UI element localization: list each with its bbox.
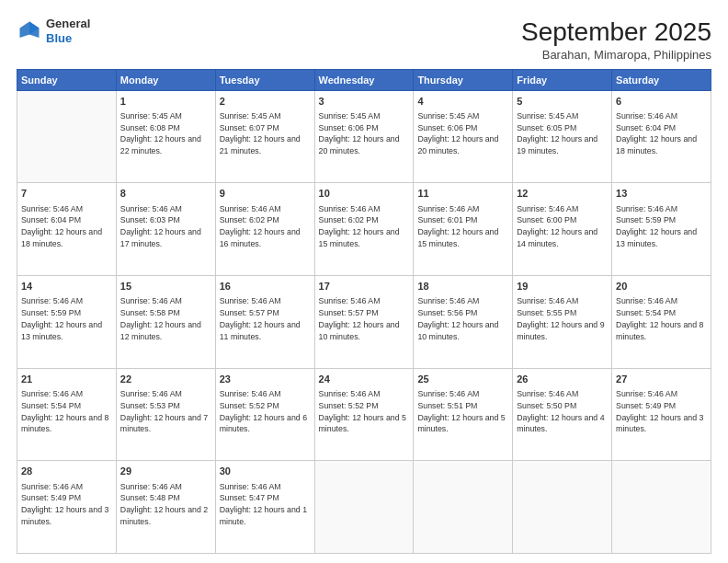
logo-text: General Blue [46,17,90,45]
cell-info: Sunrise: 5:46 AMSunset: 6:04 PMDaylight:… [616,110,707,157]
col-friday: Friday [513,69,612,90]
cell-info: Sunrise: 5:46 AMSunset: 6:02 PMDaylight:… [319,203,410,250]
table-row: 27Sunrise: 5:46 AMSunset: 5:49 PMDayligh… [612,368,711,461]
logo: General Blue [17,17,90,45]
table-row: 6Sunrise: 5:46 AMSunset: 6:04 PMDaylight… [612,90,711,183]
cell-info: Sunrise: 5:46 AMSunset: 5:57 PMDaylight:… [319,295,410,342]
day-number: 12 [517,187,608,201]
table-row: 2Sunrise: 5:45 AMSunset: 6:07 PMDaylight… [215,90,314,183]
logo-icon [17,18,42,44]
day-number: 11 [417,187,508,201]
table-row: 14Sunrise: 5:46 AMSunset: 5:59 PMDayligh… [17,275,117,368]
logo-blue: Blue [46,31,72,45]
cell-info: Sunrise: 5:46 AMSunset: 5:49 PMDaylight:… [21,481,112,528]
table-row: 12Sunrise: 5:46 AMSunset: 6:00 PMDayligh… [513,183,612,276]
cell-info: Sunrise: 5:46 AMSunset: 6:01 PMDaylight:… [417,203,508,250]
cell-info: Sunrise: 5:45 AMSunset: 6:06 PMDaylight:… [319,110,410,157]
day-number: 10 [319,187,410,201]
table-row: 3Sunrise: 5:45 AMSunset: 6:06 PMDaylight… [314,90,414,183]
table-row: 26Sunrise: 5:46 AMSunset: 5:50 PMDayligh… [513,368,612,461]
cell-info: Sunrise: 5:46 AMSunset: 5:50 PMDaylight:… [517,388,608,435]
day-number: 19 [517,280,608,293]
table-row: 20Sunrise: 5:46 AMSunset: 5:54 PMDayligh… [612,275,711,368]
table-row: 21Sunrise: 5:46 AMSunset: 5:54 PMDayligh… [17,368,117,461]
day-number: 17 [319,280,410,293]
header: General Blue September 2025 Barahan, Mim… [17,17,711,62]
day-number: 3 [319,95,410,109]
table-row: 16Sunrise: 5:46 AMSunset: 5:57 PMDayligh… [215,275,314,368]
day-number: 18 [417,280,508,293]
day-number: 2 [220,95,311,109]
day-number: 21 [21,373,112,386]
day-number: 28 [21,465,112,478]
cell-info: Sunrise: 5:46 AMSunset: 5:54 PMDaylight:… [21,388,112,435]
cell-info: Sunrise: 5:45 AMSunset: 6:06 PMDaylight:… [417,110,508,157]
table-row [513,461,612,554]
table-row: 15Sunrise: 5:46 AMSunset: 5:58 PMDayligh… [116,275,215,368]
table-row: 1Sunrise: 5:45 AMSunset: 6:08 PMDaylight… [116,90,215,183]
col-tuesday: Tuesday [215,69,314,90]
cell-info: Sunrise: 5:46 AMSunset: 6:02 PMDaylight:… [220,203,311,250]
cell-info: Sunrise: 5:46 AMSunset: 5:52 PMDaylight:… [220,388,311,435]
month-year: September 2025 [521,17,711,48]
day-number: 16 [220,280,311,293]
title-block: September 2025 Barahan, Mimaropa, Philip… [521,17,711,62]
col-sunday: Sunday [17,69,117,90]
calendar-header-row: Sunday Monday Tuesday Wednesday Thursday… [17,69,711,90]
day-number: 27 [616,373,707,386]
day-number: 9 [220,187,311,201]
day-number: 13 [616,187,707,201]
cell-info: Sunrise: 5:46 AMSunset: 6:03 PMDaylight:… [120,203,211,250]
cell-info: Sunrise: 5:45 AMSunset: 6:08 PMDaylight:… [120,110,211,157]
table-row [414,461,513,554]
logo-general: General [46,17,90,30]
table-row: 30Sunrise: 5:46 AMSunset: 5:47 PMDayligh… [215,461,314,554]
table-row: 23Sunrise: 5:46 AMSunset: 5:52 PMDayligh… [215,368,314,461]
cell-info: Sunrise: 5:45 AMSunset: 6:05 PMDaylight:… [517,110,608,157]
cell-info: Sunrise: 5:46 AMSunset: 5:51 PMDaylight:… [417,388,508,435]
table-row: 8Sunrise: 5:46 AMSunset: 6:03 PMDaylight… [116,183,215,276]
cell-info: Sunrise: 5:46 AMSunset: 5:47 PMDaylight:… [220,481,311,528]
cell-info: Sunrise: 5:46 AMSunset: 5:59 PMDaylight:… [616,203,707,250]
day-number: 5 [517,95,608,109]
day-number: 7 [21,187,112,201]
table-row: 10Sunrise: 5:46 AMSunset: 6:02 PMDayligh… [314,183,414,276]
calendar-table: Sunday Monday Tuesday Wednesday Thursday… [17,69,711,554]
day-number: 20 [616,280,707,293]
table-row: 4Sunrise: 5:45 AMSunset: 6:06 PMDaylight… [414,90,513,183]
day-number: 4 [417,95,508,109]
table-row: 28Sunrise: 5:46 AMSunset: 5:49 PMDayligh… [17,461,117,554]
day-number: 25 [417,373,508,386]
day-number: 30 [220,465,311,478]
cell-info: Sunrise: 5:46 AMSunset: 5:48 PMDaylight:… [120,481,211,528]
cell-info: Sunrise: 5:46 AMSunset: 5:57 PMDaylight:… [220,295,311,342]
col-saturday: Saturday [612,69,711,90]
day-number: 1 [120,95,211,109]
day-number: 14 [21,280,112,293]
table-row: 5Sunrise: 5:45 AMSunset: 6:05 PMDaylight… [513,90,612,183]
cell-info: Sunrise: 5:46 AMSunset: 5:59 PMDaylight:… [21,295,112,342]
cell-info: Sunrise: 5:46 AMSunset: 5:52 PMDaylight:… [319,388,410,435]
col-monday: Monday [116,69,215,90]
cell-info: Sunrise: 5:46 AMSunset: 5:58 PMDaylight:… [120,295,211,342]
col-thursday: Thursday [414,69,513,90]
table-row: 19Sunrise: 5:46 AMSunset: 5:55 PMDayligh… [513,275,612,368]
table-row [17,90,117,183]
day-number: 26 [517,373,608,386]
cell-info: Sunrise: 5:46 AMSunset: 5:56 PMDaylight:… [417,295,508,342]
cell-info: Sunrise: 5:46 AMSunset: 5:53 PMDaylight:… [120,388,211,435]
cell-info: Sunrise: 5:46 AMSunset: 5:54 PMDaylight:… [616,295,707,342]
day-number: 22 [120,373,211,386]
table-row: 17Sunrise: 5:46 AMSunset: 5:57 PMDayligh… [314,275,414,368]
day-number: 24 [319,373,410,386]
day-number: 23 [220,373,311,386]
table-row: 18Sunrise: 5:46 AMSunset: 5:56 PMDayligh… [414,275,513,368]
day-number: 15 [120,280,211,293]
location: Barahan, Mimaropa, Philippines [521,48,711,62]
day-number: 6 [616,95,707,109]
table-row: 22Sunrise: 5:46 AMSunset: 5:53 PMDayligh… [116,368,215,461]
day-number: 8 [120,187,211,201]
table-row [612,461,711,554]
cell-info: Sunrise: 5:46 AMSunset: 5:55 PMDaylight:… [517,295,608,342]
cell-info: Sunrise: 5:46 AMSunset: 6:00 PMDaylight:… [517,203,608,250]
